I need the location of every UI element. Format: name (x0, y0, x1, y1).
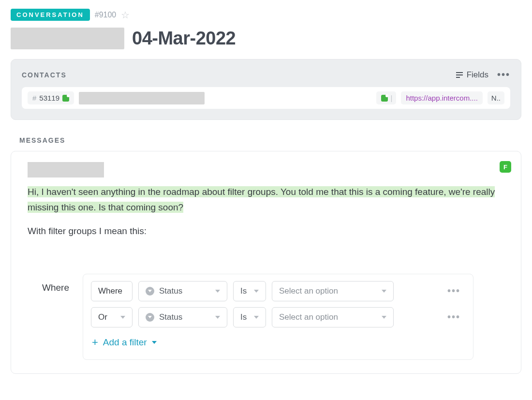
contact-n-cell[interactable]: N.. (488, 91, 504, 104)
filter-row: Where Status Is Select an option (91, 281, 465, 301)
where-label: Where (42, 274, 69, 293)
contacts-panel: CONTACTS Fields ••• # 53119 | (11, 59, 521, 120)
fields-label: Fields (467, 70, 488, 80)
status-icon (381, 95, 388, 102)
conversation-badge: CONVERSATION (11, 9, 90, 21)
filter-row: Or Status Is Select an option (91, 307, 465, 327)
value-placeholder: Select an option (279, 312, 338, 322)
add-filter-label: Add a filter (103, 337, 147, 348)
filter-group: Where Status Is Select an option (83, 274, 473, 360)
redacted-contact-name (79, 92, 205, 104)
messages-panel: F Hi, I haven't seen anything in the roa… (11, 151, 521, 374)
conjunction-select[interactable]: Or (91, 307, 133, 327)
chevron-down-icon (382, 316, 386, 319)
fields-button[interactable]: Fields (456, 70, 488, 80)
value-select[interactable]: Select an option (272, 307, 394, 327)
message-body-highlight: Hi, I haven't seen anything in the roadm… (28, 184, 507, 216)
conjunction-label: Where (98, 286, 122, 296)
dropdown-circle-icon (146, 287, 154, 296)
dropdown-circle-icon (146, 313, 154, 322)
contacts-more-icon[interactable]: ••• (497, 69, 510, 80)
messages-label: MESSAGES (19, 136, 521, 144)
filter-row-more-icon[interactable]: ••• (443, 311, 465, 323)
filter-row-more-icon[interactable]: ••• (443, 285, 465, 296)
redacted-title (11, 28, 124, 49)
star-icon[interactable]: ☆ (121, 9, 130, 21)
plus-icon: + (92, 336, 98, 349)
f-badge[interactable]: F (500, 161, 511, 173)
value-placeholder: Select an option (279, 286, 338, 296)
add-filter-button[interactable]: + Add a filter (91, 333, 465, 352)
chevron-down-icon (215, 290, 220, 293)
contact-id: 53119 (39, 94, 59, 102)
field-label: Status (159, 312, 182, 322)
contact-status-cell[interactable]: | (376, 91, 397, 104)
message-body-line2: With filter groups I mean this: (28, 223, 507, 239)
chevron-down-icon (254, 290, 259, 293)
conjunction-label: Or (98, 312, 107, 322)
chevron-down-icon (382, 290, 386, 293)
operator-label: Is (240, 312, 247, 322)
field-select[interactable]: Status (138, 281, 227, 301)
value-select[interactable]: Select an option (272, 281, 394, 301)
hash-icon: # (32, 94, 36, 102)
contact-row[interactable]: # 53119 | https://app.intercom.... N.. (22, 87, 510, 109)
chevron-down-icon (254, 316, 259, 319)
field-select[interactable]: Status (138, 307, 227, 327)
status-icon (62, 95, 69, 102)
field-label: Status (159, 286, 182, 296)
fields-icon (456, 72, 463, 78)
contact-link[interactable]: https://app.intercom.... (401, 91, 482, 104)
chevron-down-icon (152, 341, 157, 344)
operator-select[interactable]: Is (233, 307, 266, 327)
operator-select[interactable]: Is (233, 281, 266, 301)
redacted-author (28, 162, 104, 178)
contact-id-chip[interactable]: # 53119 (28, 91, 74, 104)
chevron-down-icon (215, 316, 220, 319)
conversation-number: #9100 (95, 11, 117, 19)
divider: | (391, 94, 393, 102)
conjunction-select[interactable]: Where (91, 281, 133, 301)
chevron-down-icon (120, 316, 125, 319)
contacts-label: CONTACTS (22, 71, 67, 79)
conversation-date: 04-Mar-2022 (132, 28, 236, 49)
operator-label: Is (240, 286, 247, 296)
